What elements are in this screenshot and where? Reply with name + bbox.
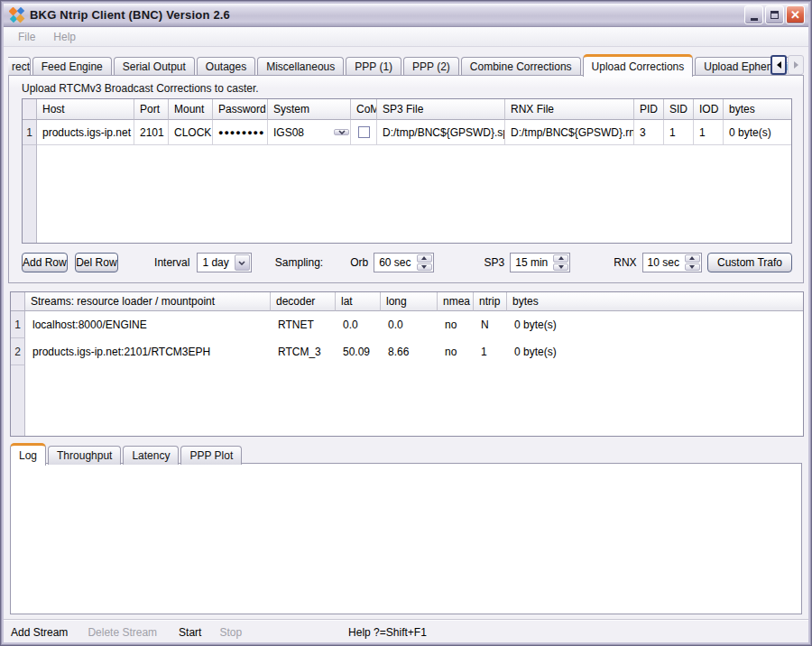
cell-nmea[interactable]: no: [438, 311, 474, 338]
tab-feed-engine[interactable]: Feed Engine: [32, 57, 112, 76]
col-header-lat[interactable]: lat: [336, 292, 381, 311]
col-header-password[interactable]: Password: [213, 99, 268, 120]
cell-iod[interactable]: 1: [694, 120, 724, 145]
cell-ntrip[interactable]: 1: [474, 338, 507, 365]
spin-up-icon[interactable]: [417, 254, 432, 263]
tab-scroll-left-button[interactable]: [770, 55, 787, 75]
menu-help[interactable]: Help: [46, 29, 83, 45]
cell-password[interactable]: ●●●●●●●●: [213, 120, 268, 145]
upload-controls: Add Row Del Row Interval 1 day Sampling:…: [22, 252, 792, 273]
cell-long[interactable]: 8.66: [381, 338, 438, 365]
cell-sid[interactable]: 1: [664, 120, 694, 145]
minimize-icon: [751, 18, 758, 21]
start-action[interactable]: Start: [179, 626, 201, 639]
tab-corrections[interactable]: rections: [8, 57, 31, 76]
cell-rnx-file[interactable]: D:/tmp/BNC${GPSWD}.rnx: [505, 120, 634, 145]
row-header[interactable]: 2: [11, 338, 25, 365]
panel-caption: Upload RTCMv3 Broadcast Corrections to c…: [22, 82, 259, 95]
col-header-ntrip[interactable]: ntrip: [474, 292, 507, 311]
menu-file[interactable]: File: [11, 29, 42, 45]
log-output-area[interactable]: [10, 463, 802, 614]
orb-spinbox[interactable]: 60 sec: [374, 253, 433, 272]
maximize-icon: [770, 11, 779, 19]
chevron-down-icon[interactable]: [235, 254, 250, 271]
tab-serial-output[interactable]: Serial Output: [114, 57, 195, 76]
col-header-com[interactable]: CoM: [351, 99, 377, 120]
cell-port[interactable]: 2101: [134, 120, 169, 145]
help-shortcut-label: Help ?=Shift+F1: [348, 626, 427, 639]
tab-log[interactable]: Log: [10, 443, 46, 466]
main-tab-bar: rections Feed Engine Serial Output Outag…: [8, 54, 804, 76]
right-arrow-icon: [794, 61, 798, 69]
cell-mountpoint[interactable]: localhost:8000/ENGINE: [25, 311, 271, 338]
spin-down-icon[interactable]: [553, 263, 568, 272]
row-header[interactable]: 1: [23, 120, 37, 145]
chevron-down-icon[interactable]: [334, 129, 349, 135]
cell-mountpoint[interactable]: products.igs-ip.net:2101/RTCM3EPH: [25, 338, 271, 365]
spin-down-icon[interactable]: [417, 263, 432, 272]
cell-ntrip[interactable]: N: [474, 311, 507, 338]
tab-ppp-plot[interactable]: PPP Plot: [180, 446, 242, 465]
tab-latency[interactable]: Latency: [123, 446, 179, 465]
tab-combine-corrections[interactable]: Combine Corrections: [461, 57, 581, 76]
col-header-pid[interactable]: PID: [634, 99, 664, 120]
custom-trafo-button[interactable]: Custom Trafo: [707, 253, 792, 272]
col-header-iod[interactable]: IOD: [694, 99, 724, 120]
tab-throughput[interactable]: Throughput: [48, 446, 121, 465]
cell-decoder[interactable]: RTCM_3: [271, 338, 336, 365]
cell-long[interactable]: 0.0: [381, 311, 438, 338]
cell-bytes[interactable]: 0 byte(s): [507, 338, 803, 365]
interval-combobox[interactable]: 1 day: [197, 253, 251, 272]
tab-scroll-right-button[interactable]: [788, 55, 804, 75]
col-header-mountpoint[interactable]: Streams: resource loader / mountpoint: [25, 292, 271, 311]
minimize-button[interactable]: [744, 5, 763, 24]
cell-lat[interactable]: 50.09: [336, 338, 381, 365]
cell-pid[interactable]: 3: [634, 120, 664, 145]
cell-mount[interactable]: CLOCK: [169, 120, 213, 145]
col-header-rnx-file[interactable]: RNX File: [505, 99, 634, 120]
col-header-system[interactable]: System: [268, 99, 351, 120]
col-header-sid[interactable]: SID: [664, 99, 694, 120]
col-header-host[interactable]: Host: [37, 99, 134, 120]
close-button[interactable]: ✕: [786, 5, 805, 24]
col-header-sp3-file[interactable]: SP3 File: [377, 99, 505, 120]
col-header-nmea[interactable]: nmea: [438, 292, 474, 311]
streams-table: Streams: resource loader / mountpoint de…: [10, 291, 804, 437]
cell-lat[interactable]: 0.0: [336, 311, 381, 338]
cell-bytes[interactable]: 0 byte(s): [724, 120, 791, 145]
col-header-decoder[interactable]: decoder: [271, 292, 336, 311]
cell-nmea[interactable]: no: [438, 338, 474, 365]
cell-sp3-file[interactable]: D:/tmp/BNC${GPSWD}.sp3: [377, 120, 505, 145]
tab-outages[interactable]: Outages: [197, 57, 255, 76]
sampling-label: Sampling:: [275, 256, 323, 269]
cell-bytes[interactable]: 0 byte(s): [507, 311, 803, 338]
del-row-button[interactable]: Del Row: [75, 253, 118, 272]
sp3-label: SP3: [484, 256, 505, 269]
add-row-button[interactable]: Add Row: [22, 253, 68, 272]
cell-host[interactable]: products.igs-ip.net: [37, 120, 134, 145]
interval-label: Interval: [154, 256, 189, 269]
spin-up-icon[interactable]: [685, 254, 700, 263]
system-combobox[interactable]: IGS08: [268, 120, 351, 145]
col-header-bytes[interactable]: bytes: [724, 99, 791, 120]
col-header-long[interactable]: long: [381, 292, 438, 311]
com-checkbox[interactable]: [358, 126, 370, 138]
stop-action[interactable]: Stop: [219, 626, 242, 639]
col-header-port[interactable]: Port: [134, 99, 169, 120]
spin-down-icon[interactable]: [685, 263, 700, 272]
col-header-mount[interactable]: Mount: [169, 99, 213, 120]
delete-stream-action[interactable]: Delete Stream: [88, 626, 157, 639]
tab-ppp-1[interactable]: PPP (1): [346, 57, 401, 76]
spin-up-icon[interactable]: [553, 254, 568, 263]
col-header-bytes[interactable]: bytes: [507, 292, 803, 311]
tab-miscellaneous[interactable]: Miscellaneous: [257, 57, 344, 76]
maximize-button[interactable]: [765, 5, 784, 24]
sp3-spinbox[interactable]: 15 min: [510, 253, 570, 272]
rnx-spinbox[interactable]: 10 sec: [642, 253, 702, 272]
left-arrow-icon: [777, 61, 781, 69]
row-header[interactable]: 1: [11, 311, 25, 338]
add-stream-action[interactable]: Add Stream: [11, 626, 68, 639]
tab-ppp-2[interactable]: PPP (2): [403, 57, 459, 76]
cell-decoder[interactable]: RTNET: [271, 311, 336, 338]
tab-upload-corrections[interactable]: Upload Corrections: [583, 54, 694, 77]
